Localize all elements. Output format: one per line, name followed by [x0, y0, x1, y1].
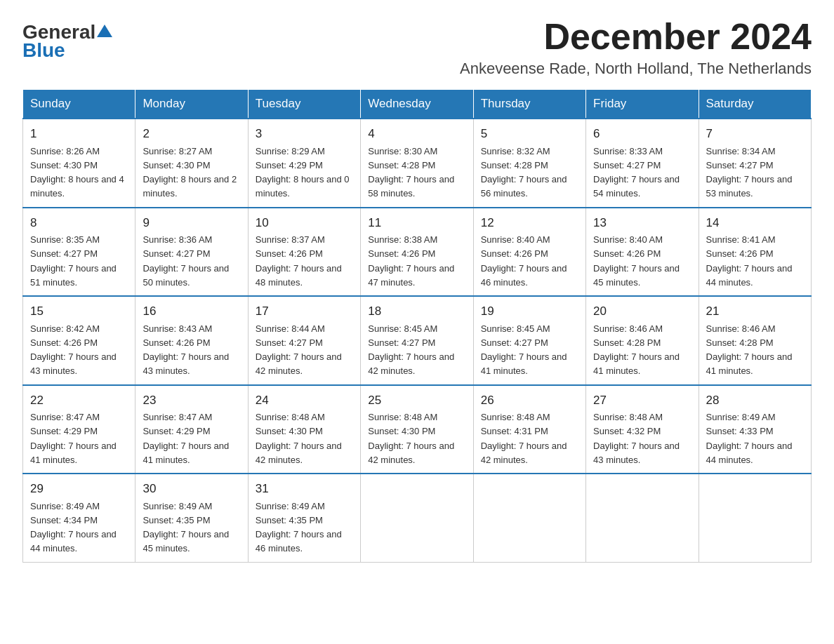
day-info: Sunrise: 8:40 AMSunset: 4:26 PMDaylight:… [593, 234, 680, 288]
table-row: 21 Sunrise: 8:46 AMSunset: 4:28 PMDaylig… [699, 296, 811, 385]
table-row: 4 Sunrise: 8:30 AMSunset: 4:28 PMDayligh… [361, 119, 473, 208]
day-info: Sunrise: 8:47 AMSunset: 4:29 PMDaylight:… [143, 412, 229, 465]
table-row: 24 Sunrise: 8:48 AMSunset: 4:30 PMDaylig… [248, 385, 360, 474]
day-info: Sunrise: 8:37 AMSunset: 4:26 PMDaylight:… [256, 234, 342, 288]
table-row: 8 Sunrise: 8:35 AMSunset: 4:27 PMDayligh… [23, 208, 135, 297]
col-sunday: Sunday [23, 90, 135, 119]
day-number: 28 [706, 391, 804, 410]
day-info: Sunrise: 8:42 AMSunset: 4:26 PMDaylight:… [30, 323, 117, 377]
day-info: Sunrise: 8:48 AMSunset: 4:31 PMDaylight:… [481, 412, 567, 465]
table-row: 18 Sunrise: 8:45 AMSunset: 4:27 PMDaylig… [361, 296, 473, 385]
day-info: Sunrise: 8:33 AMSunset: 4:27 PMDaylight:… [593, 146, 680, 199]
day-number: 14 [706, 214, 804, 232]
table-row: 6 Sunrise: 8:33 AMSunset: 4:27 PMDayligh… [586, 119, 699, 208]
table-row: 7 Sunrise: 8:34 AMSunset: 4:27 PMDayligh… [699, 119, 811, 208]
table-row: 17 Sunrise: 8:44 AMSunset: 4:27 PMDaylig… [248, 296, 360, 385]
table-row: 10 Sunrise: 8:37 AMSunset: 4:26 PMDaylig… [248, 208, 360, 297]
calendar-week-row: 22 Sunrise: 8:47 AMSunset: 4:29 PMDaylig… [23, 385, 812, 474]
title-block: December 2024 Ankeveense Rade, North Hol… [460, 17, 812, 78]
day-info: Sunrise: 8:41 AMSunset: 4:26 PMDaylight:… [706, 234, 793, 288]
table-row: 29 Sunrise: 8:49 AMSunset: 4:34 PMDaylig… [23, 474, 135, 562]
day-number: 29 [30, 480, 128, 498]
day-info: Sunrise: 8:29 AMSunset: 4:29 PMDaylight:… [256, 146, 350, 199]
table-row [586, 474, 699, 562]
table-row: 11 Sunrise: 8:38 AMSunset: 4:26 PMDaylig… [361, 208, 473, 297]
table-row: 26 Sunrise: 8:48 AMSunset: 4:31 PMDaylig… [473, 385, 585, 474]
table-row: 2 Sunrise: 8:27 AMSunset: 4:30 PMDayligh… [135, 119, 248, 208]
day-number: 16 [143, 302, 240, 321]
day-number: 6 [593, 125, 691, 143]
logo-blue-text: Blue [22, 39, 65, 62]
day-number: 13 [593, 214, 691, 232]
day-number: 18 [368, 302, 465, 321]
day-info: Sunrise: 8:49 AMSunset: 4:34 PMDaylight:… [30, 501, 117, 554]
day-info: Sunrise: 8:46 AMSunset: 4:28 PMDaylight:… [706, 323, 793, 377]
location-subtitle: Ankeveense Rade, North Holland, The Neth… [460, 60, 812, 78]
day-number: 23 [143, 391, 240, 410]
day-info: Sunrise: 8:36 AMSunset: 4:27 PMDaylight:… [143, 234, 229, 288]
day-info: Sunrise: 8:26 AMSunset: 4:30 PMDaylight:… [30, 146, 124, 199]
table-row: 5 Sunrise: 8:32 AMSunset: 4:28 PMDayligh… [473, 119, 585, 208]
day-info: Sunrise: 8:35 AMSunset: 4:27 PMDaylight:… [30, 234, 117, 288]
day-number: 27 [593, 391, 691, 410]
table-row: 27 Sunrise: 8:48 AMSunset: 4:32 PMDaylig… [586, 385, 699, 474]
col-friday: Friday [586, 90, 699, 119]
day-number: 5 [481, 125, 578, 143]
day-number: 4 [368, 125, 465, 143]
day-number: 15 [30, 302, 128, 321]
day-info: Sunrise: 8:46 AMSunset: 4:28 PMDaylight:… [593, 323, 680, 377]
table-row: 30 Sunrise: 8:49 AMSunset: 4:35 PMDaylig… [135, 474, 248, 562]
day-info: Sunrise: 8:47 AMSunset: 4:29 PMDaylight:… [30, 412, 117, 465]
col-saturday: Saturday [699, 90, 811, 119]
day-info: Sunrise: 8:40 AMSunset: 4:26 PMDaylight:… [481, 234, 567, 288]
day-info: Sunrise: 8:34 AMSunset: 4:27 PMDaylight:… [706, 146, 793, 199]
day-number: 7 [706, 125, 804, 143]
day-number: 12 [481, 214, 578, 232]
svg-marker-0 [97, 25, 112, 37]
day-number: 25 [368, 391, 465, 410]
calendar-header-row: Sunday Monday Tuesday Wednesday Thursday… [23, 90, 812, 119]
table-row: 16 Sunrise: 8:43 AMSunset: 4:26 PMDaylig… [135, 296, 248, 385]
day-info: Sunrise: 8:38 AMSunset: 4:26 PMDaylight:… [368, 234, 454, 288]
table-row [361, 474, 473, 562]
day-number: 3 [256, 125, 353, 143]
day-number: 8 [30, 214, 128, 232]
table-row [699, 474, 811, 562]
table-row: 23 Sunrise: 8:47 AMSunset: 4:29 PMDaylig… [135, 385, 248, 474]
col-wednesday: Wednesday [361, 90, 473, 119]
calendar-week-row: 8 Sunrise: 8:35 AMSunset: 4:27 PMDayligh… [23, 208, 812, 297]
day-info: Sunrise: 8:48 AMSunset: 4:30 PMDaylight:… [256, 412, 342, 465]
calendar-table: Sunday Monday Tuesday Wednesday Thursday… [22, 89, 812, 563]
day-number: 24 [256, 391, 353, 410]
day-info: Sunrise: 8:45 AMSunset: 4:27 PMDaylight:… [481, 323, 567, 377]
day-info: Sunrise: 8:48 AMSunset: 4:30 PMDaylight:… [368, 412, 454, 465]
day-info: Sunrise: 8:49 AMSunset: 4:35 PMDaylight:… [256, 501, 342, 554]
day-info: Sunrise: 8:44 AMSunset: 4:27 PMDaylight:… [256, 323, 342, 377]
table-row [473, 474, 585, 562]
month-year-title: December 2024 [460, 17, 812, 57]
table-row: 22 Sunrise: 8:47 AMSunset: 4:29 PMDaylig… [23, 385, 135, 474]
logo: General Blue [22, 22, 112, 62]
table-row: 12 Sunrise: 8:40 AMSunset: 4:26 PMDaylig… [473, 208, 585, 297]
table-row: 15 Sunrise: 8:42 AMSunset: 4:26 PMDaylig… [23, 296, 135, 385]
col-thursday: Thursday [473, 90, 585, 119]
day-info: Sunrise: 8:49 AMSunset: 4:35 PMDaylight:… [143, 501, 229, 554]
day-info: Sunrise: 8:27 AMSunset: 4:30 PMDaylight:… [143, 146, 237, 199]
day-info: Sunrise: 8:30 AMSunset: 4:28 PMDaylight:… [368, 146, 454, 199]
calendar-week-row: 29 Sunrise: 8:49 AMSunset: 4:34 PMDaylig… [23, 474, 812, 562]
table-row: 25 Sunrise: 8:48 AMSunset: 4:30 PMDaylig… [361, 385, 473, 474]
day-number: 10 [256, 214, 353, 232]
table-row: 28 Sunrise: 8:49 AMSunset: 4:33 PMDaylig… [699, 385, 811, 474]
col-tuesday: Tuesday [248, 90, 360, 119]
day-number: 2 [143, 125, 240, 143]
table-row: 31 Sunrise: 8:49 AMSunset: 4:35 PMDaylig… [248, 474, 360, 562]
table-row: 9 Sunrise: 8:36 AMSunset: 4:27 PMDayligh… [135, 208, 248, 297]
table-row: 20 Sunrise: 8:46 AMSunset: 4:28 PMDaylig… [586, 296, 699, 385]
day-info: Sunrise: 8:45 AMSunset: 4:27 PMDaylight:… [368, 323, 454, 377]
col-monday: Monday [135, 90, 248, 119]
table-row: 1 Sunrise: 8:26 AMSunset: 4:30 PMDayligh… [23, 119, 135, 208]
day-info: Sunrise: 8:43 AMSunset: 4:26 PMDaylight:… [143, 323, 229, 377]
table-row: 13 Sunrise: 8:40 AMSunset: 4:26 PMDaylig… [586, 208, 699, 297]
day-number: 26 [481, 391, 578, 410]
table-row: 19 Sunrise: 8:45 AMSunset: 4:27 PMDaylig… [473, 296, 585, 385]
